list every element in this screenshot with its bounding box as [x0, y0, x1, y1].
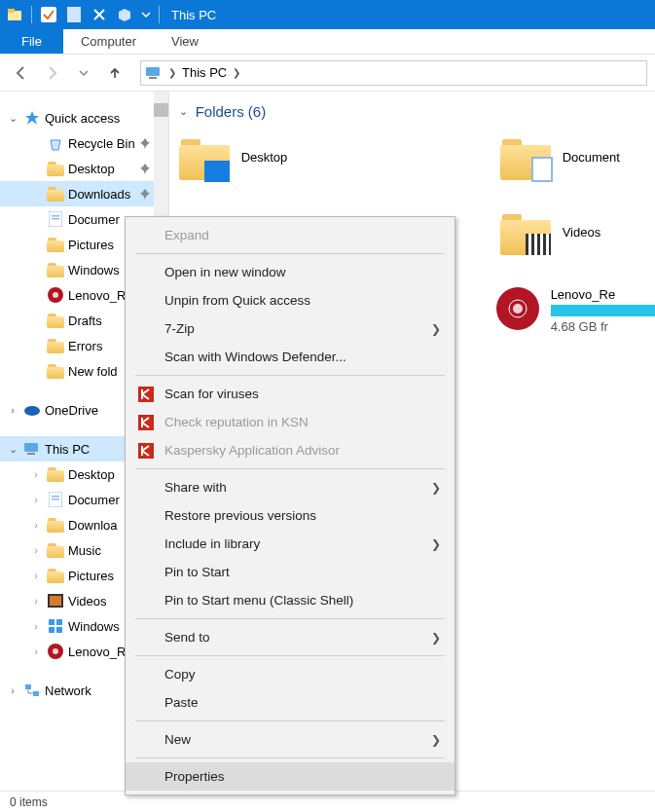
drive-free-text: 4.68 GB fr: [551, 319, 655, 334]
svg-rect-18: [52, 498, 59, 500]
qat-close-icon[interactable]: [89, 4, 110, 25]
menu-item[interactable]: Properties: [126, 762, 455, 791]
nav-forward-button[interactable]: [39, 59, 66, 87]
menu-item[interactable]: Scan for viruses: [126, 380, 455, 408]
tree-item-icon: [47, 160, 64, 177]
menu-item-label: Send to: [164, 630, 210, 645]
svg-rect-20: [50, 596, 61, 606]
svg-rect-6: [149, 77, 157, 79]
folder-label: Videos: [563, 225, 601, 240]
qat-check-icon[interactable]: [38, 4, 59, 25]
folder-item[interactable]: Videos: [500, 208, 601, 255]
drive-label: Lenovo_Re: [551, 287, 655, 302]
menu-item[interactable]: Restore previous versions: [126, 501, 455, 530]
menu-item[interactable]: Scan with Windows Defender...: [126, 343, 455, 371]
folder-item[interactable]: Document: [500, 133, 620, 180]
chevron-right-icon: ❯: [431, 322, 441, 336]
menu-item[interactable]: Include in library❯: [126, 530, 455, 558]
menu-item[interactable]: New❯: [126, 725, 455, 754]
menu-item[interactable]: Pin to Start menu (Classic Shell): [126, 586, 455, 614]
tree-item-icon: [47, 491, 64, 508]
nav-recent-dropdown[interactable]: [70, 59, 97, 87]
chevron-right-icon[interactable]: ›: [29, 468, 43, 480]
folder-label: Desktop: [241, 150, 288, 165]
chevron-right-icon[interactable]: ❯: [168, 67, 176, 78]
chevron-down-icon[interactable]: ⌄: [6, 443, 19, 456]
svg-marker-7: [25, 111, 39, 125]
pc-icon: [145, 65, 163, 81]
tree-quick-access[interactable]: ⌄ Quick access: [0, 105, 168, 130]
svg-marker-4: [119, 9, 130, 21]
tab-file[interactable]: File: [0, 29, 63, 54]
kaspersky-icon: [137, 414, 155, 431]
menu-item-label: Open in new window: [164, 265, 286, 279]
tree-item-icon: [47, 541, 64, 559]
menu-item-label: Restore previous versions: [164, 508, 316, 523]
nav-up-button[interactable]: [101, 59, 128, 87]
menu-item[interactable]: Open in new window: [126, 258, 455, 286]
chevron-right-icon[interactable]: ›: [29, 494, 43, 505]
qat-dropdown-icon[interactable]: [139, 4, 153, 25]
tree-label: This PC: [45, 442, 90, 457]
svg-rect-31: [138, 387, 154, 402]
menu-item-label: Include in library: [164, 536, 260, 551]
tab-view[interactable]: View: [154, 29, 216, 54]
chevron-down-icon[interactable]: ⌄: [6, 112, 19, 125]
kaspersky-icon: [137, 386, 155, 403]
folders-group-header[interactable]: ⌄ Folders (6): [179, 103, 655, 120]
breadcrumb[interactable]: This PC: [182, 65, 227, 80]
nav-back-button[interactable]: [8, 59, 35, 87]
folder-item[interactable]: Desktop: [179, 133, 461, 180]
svg-point-13: [24, 406, 40, 416]
tree-item-icon: [47, 567, 64, 584]
chevron-right-icon[interactable]: ›: [29, 620, 43, 632]
svg-rect-2: [41, 7, 56, 22]
tree-label: Drafts: [68, 314, 102, 328]
tree-qa-item[interactable]: Recycle Bin: [0, 130, 168, 156]
tree-qa-item[interactable]: Desktop: [0, 156, 168, 181]
menu-item[interactable]: Copy: [126, 660, 455, 688]
cloud-icon: [23, 401, 41, 419]
chevron-right-icon[interactable]: ›: [29, 570, 43, 581]
svg-rect-32: [138, 415, 154, 430]
svg-rect-10: [52, 218, 59, 220]
menu-item-label: Kaspersky Application Advisor: [164, 443, 340, 458]
chevron-right-icon[interactable]: ›: [6, 684, 19, 696]
svg-rect-24: [56, 627, 62, 633]
tree-label: Errors: [68, 339, 102, 353]
svg-rect-9: [52, 215, 59, 217]
address-bar[interactable]: ❯ This PC ❯: [140, 60, 647, 86]
chevron-right-icon[interactable]: ›: [29, 544, 43, 556]
menu-item[interactable]: Unpin from Quick access: [126, 286, 455, 314]
folder-icon: [500, 133, 551, 180]
menu-separator: [135, 655, 445, 656]
menu-item-label: New: [164, 732, 191, 747]
svg-rect-15: [27, 453, 35, 455]
chevron-right-icon[interactable]: ›: [29, 519, 43, 531]
chevron-right-icon[interactable]: ›: [29, 646, 43, 657]
tree-item-icon: [47, 210, 64, 228]
tree-label: Downloa: [68, 518, 118, 533]
qat-cube-icon[interactable]: [114, 4, 135, 25]
svg-point-26: [53, 648, 58, 654]
chevron-down-icon[interactable]: ⌄: [179, 105, 188, 118]
menu-item[interactable]: Paste: [126, 688, 455, 717]
drive-item[interactable]: Lenovo_Re 4.68 GB fr: [496, 287, 655, 334]
menu-item-label: Share with: [164, 480, 227, 495]
tab-computer[interactable]: Computer: [63, 29, 154, 54]
menu-item[interactable]: Share with❯: [126, 473, 455, 501]
menu-separator: [135, 720, 445, 721]
menu-item-label: Paste: [164, 695, 199, 710]
chevron-right-icon: ❯: [431, 537, 441, 551]
tree-label: Lenovo_R: [68, 288, 126, 303]
menu-item[interactable]: Send to❯: [126, 623, 455, 651]
svg-rect-17: [52, 496, 59, 498]
qat-doc-icon[interactable]: [63, 4, 85, 25]
chevron-right-icon[interactable]: ›: [29, 595, 43, 607]
chevron-right-icon[interactable]: ❯: [233, 67, 240, 78]
menu-item[interactable]: Pin to Start: [126, 558, 455, 586]
menu-item[interactable]: 7-Zip❯: [126, 314, 455, 343]
svg-point-12: [53, 292, 58, 298]
chevron-right-icon[interactable]: ›: [6, 404, 19, 416]
tree-qa-item[interactable]: Downloads: [0, 181, 168, 206]
